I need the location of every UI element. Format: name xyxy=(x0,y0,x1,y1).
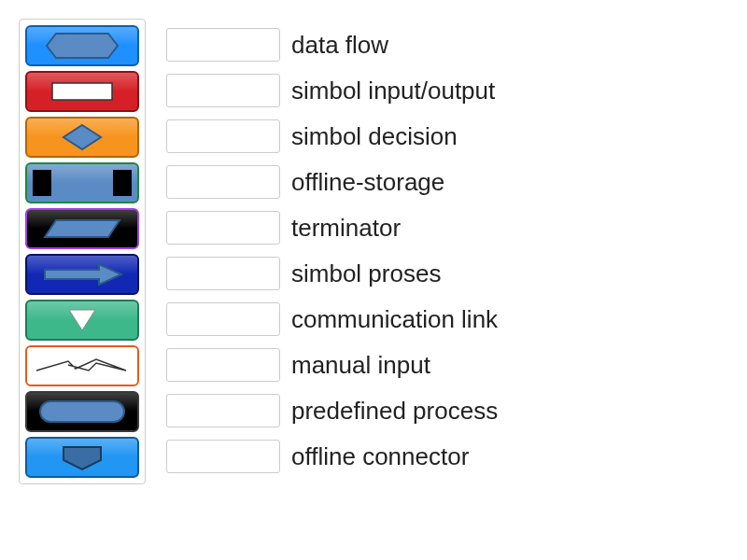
answer-label: predefined process xyxy=(291,397,498,426)
answer-row: simbol decision xyxy=(166,116,498,157)
svg-rect-3 xyxy=(33,170,51,196)
matching-game: data flow simbol input/output simbol dec… xyxy=(19,19,728,484)
svg-marker-5 xyxy=(45,220,120,237)
answer-label: communication link xyxy=(291,305,498,334)
answer-row: offline connector xyxy=(166,436,498,477)
svg-rect-8 xyxy=(40,401,124,422)
answer-row: offline-storage xyxy=(166,161,498,203)
vbar-rect-icon xyxy=(27,164,137,202)
answer-row: data flow xyxy=(166,24,498,65)
tile-diamond[interactable] xyxy=(25,117,139,158)
dropzone[interactable] xyxy=(166,28,280,62)
answer-label: simbol proses xyxy=(291,259,441,288)
svg-marker-6 xyxy=(45,264,121,285)
answer-label: simbol decision xyxy=(291,122,458,151)
tile-parallelogram[interactable] xyxy=(25,208,139,249)
tile-lightning[interactable] xyxy=(25,345,139,386)
tile-pentagon-down[interactable] xyxy=(25,437,139,478)
diamond-icon xyxy=(35,121,129,153)
parallelogram-icon xyxy=(35,215,129,243)
answer-row: terminator xyxy=(166,207,498,248)
tile-stadium[interactable] xyxy=(25,391,139,432)
lightning-icon xyxy=(31,352,134,380)
dropzone[interactable] xyxy=(166,119,280,153)
answer-label: terminator xyxy=(291,214,401,243)
tile-predefined-bars[interactable] xyxy=(25,162,139,203)
dropzone[interactable] xyxy=(166,165,280,199)
tile-rectangle[interactable] xyxy=(25,71,139,112)
svg-marker-7 xyxy=(69,310,95,330)
answer-row: communication link xyxy=(166,299,498,340)
dropzone[interactable] xyxy=(166,257,280,290)
dropzone[interactable] xyxy=(166,440,280,473)
pentagon-down-icon xyxy=(35,441,129,473)
tile-hexagon[interactable] xyxy=(25,25,139,66)
tiles-panel xyxy=(19,19,146,484)
answer-row: simbol proses xyxy=(166,253,498,294)
rectangle-icon xyxy=(35,77,129,105)
answer-label: offline connector xyxy=(291,442,469,471)
answer-label: manual input xyxy=(291,351,430,380)
svg-rect-4 xyxy=(113,170,132,196)
stadium-icon xyxy=(31,396,134,427)
answer-label: simbol input/output xyxy=(291,77,495,105)
svg-marker-0 xyxy=(47,34,118,58)
dropzone[interactable] xyxy=(166,74,280,107)
svg-marker-9 xyxy=(63,447,101,469)
tile-arrow[interactable] xyxy=(25,254,139,295)
tile-triangle[interactable] xyxy=(25,300,139,341)
dropzone[interactable] xyxy=(166,394,280,427)
svg-rect-1 xyxy=(52,83,112,100)
svg-marker-2 xyxy=(63,125,101,149)
dropzone[interactable] xyxy=(166,211,280,245)
answer-row: predefined process xyxy=(166,390,498,431)
answers-panel: data flow simbol input/output simbol dec… xyxy=(166,19,498,477)
answer-row: simbol input/output xyxy=(166,70,498,111)
answer-label: data flow xyxy=(291,31,388,60)
answer-label: offline-storage xyxy=(291,168,444,197)
triangle-icon xyxy=(35,304,129,336)
hexagon-icon xyxy=(35,32,129,60)
dropzone[interactable] xyxy=(166,302,280,336)
dropzone[interactable] xyxy=(166,348,280,382)
answer-row: manual input xyxy=(166,344,498,385)
arrow-icon xyxy=(35,260,129,288)
